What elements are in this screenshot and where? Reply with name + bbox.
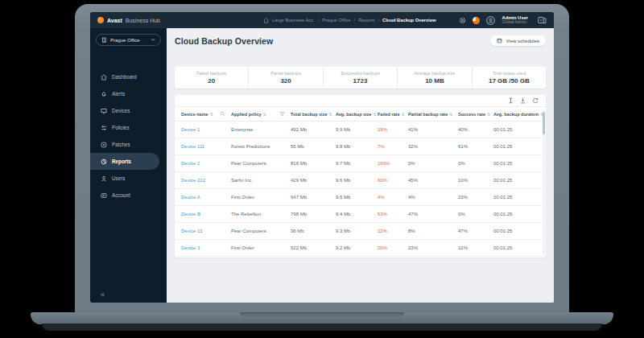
stat-label: Total space used <box>493 71 526 76</box>
sort-icon[interactable]: ⇅ <box>263 112 266 117</box>
table-row: Device 111 Forest Predictions 55 Mb 9.8 … <box>175 138 546 155</box>
sidebar-item-devices[interactable]: Devices <box>90 102 167 119</box>
table-row: Device 12 Pear Computers 36 Mb 9.3 Mb 12… <box>175 223 546 240</box>
sidebar-item-users[interactable]: Users <box>90 170 167 187</box>
success-rate-cell: 10% <box>458 178 493 183</box>
org-selector-label: Prague Office <box>110 38 140 43</box>
brand: Avast Business Hub <box>97 17 160 23</box>
stat-successful-backups: Successful backups 1723 <box>323 67 397 89</box>
duration-cell: 00:01:25 <box>493 178 546 183</box>
search-icon[interactable] <box>220 111 225 117</box>
policy-cell: Forest Predictions <box>231 144 291 149</box>
stat-label: Average backup size <box>414 71 455 76</box>
failed-rate-cell: 4% <box>378 195 408 200</box>
stat-value: 1723 <box>353 77 368 84</box>
breadcrumb-item[interactable]: Prague Office <box>322 18 350 23</box>
sort-icon[interactable]: ⇅ <box>449 112 452 117</box>
bell-icon <box>101 91 107 97</box>
sort-icon[interactable]: ⇅ <box>487 112 490 117</box>
sort-icon[interactable]: ⇅ <box>210 112 213 117</box>
stat-label: Partial backups <box>270 71 301 76</box>
table-row: Device A First Order 647 Mb 9.5 Mb 4% 4%… <box>175 189 546 206</box>
duration-cell: 00:01:25 <box>493 195 546 200</box>
column-header-applied-policy[interactable]: Applied policy ⇅ <box>231 111 291 117</box>
device-link[interactable]: Device 1 <box>181 127 231 132</box>
sidebar-item-patches[interactable]: Patches <box>90 136 167 153</box>
column-header-success-rate[interactable]: Success rate ⇅ <box>458 112 493 117</box>
breadcrumb-separator: / <box>354 18 356 23</box>
sort-icon[interactable]: ⇅ <box>328 112 332 117</box>
user-role: Global Admin <box>502 20 528 25</box>
calendar-icon <box>497 38 502 43</box>
column-header-avg-backup-size[interactable]: Avg. backup size ⇅ <box>336 112 378 117</box>
table-scrollbar-thumb[interactable] <box>543 112 545 134</box>
device-link[interactable]: Device 3 <box>181 245 231 250</box>
avg-size-cell: 9.4 Mb <box>336 212 378 216</box>
policy-cell: First Order <box>231 195 291 200</box>
total-size-cell: 55 Mb <box>291 144 336 149</box>
success-rate-cell: 23% <box>458 195 493 200</box>
failed-rate-cell: 53% <box>378 212 408 216</box>
laptop-base <box>31 312 613 324</box>
avg-size-cell: 9.5 Mb <box>336 195 378 200</box>
device-link[interactable]: Device 12 <box>181 229 231 233</box>
partial-rate-cell: 45% <box>408 178 458 183</box>
gear-icon[interactable] <box>459 17 466 24</box>
column-header-partial-backup-rate[interactable]: Partial backup rate ⇅ <box>408 112 458 117</box>
sidebar-collapse-button[interactable]: « <box>101 291 105 299</box>
device-link[interactable]: Device 2 <box>181 161 231 166</box>
refresh-icon[interactable] <box>532 97 539 104</box>
breadcrumb-separator: / <box>378 18 379 23</box>
view-schedules-button[interactable]: View schedules <box>490 35 546 46</box>
usage-pie-icon[interactable] <box>473 17 480 24</box>
org-selector[interactable]: Prague Office <box>96 34 161 46</box>
sort-icon[interactable]: ⇅ <box>373 112 376 117</box>
stat-partial-backups: Partial backups 320 <box>248 67 322 89</box>
failed-rate-cell: 19% <box>378 127 408 132</box>
sidebar-item-account[interactable]: Account <box>90 187 167 204</box>
column-header-total-backup-size[interactable]: Total backup size ⇅ <box>291 112 336 117</box>
duration-cell: 00:01:25 <box>493 229 546 233</box>
topbar: Avast Business Hub Large Business Acc. /… <box>90 12 554 28</box>
row-height-icon[interactable] <box>508 97 514 104</box>
chevron-down-icon <box>151 38 155 42</box>
brand-name-bold: Avast <box>107 18 122 23</box>
app-switcher-icon[interactable] <box>538 16 547 24</box>
device-link[interactable]: Device B <box>181 212 231 216</box>
duration-cell: 00:01:25 <box>493 245 546 250</box>
sidebar-item-reports[interactable]: Reports <box>90 153 159 170</box>
sidebar-item-dashboard[interactable]: Dashboard <box>90 68 167 85</box>
home-icon[interactable] <box>263 18 269 23</box>
id-card-icon <box>101 192 107 199</box>
partial-rate-cell: 32% <box>408 144 458 149</box>
sort-icon[interactable]: ⇅ <box>402 112 405 117</box>
column-header-avg-backup-duration[interactable]: Avg. backup duration ⇅ <box>493 112 546 117</box>
column-header-device-name[interactable]: Device name ⇅ <box>181 111 231 117</box>
sidebar-item-policies[interactable]: Policies <box>90 119 167 136</box>
total-size-cell: 429 Mb <box>291 178 336 183</box>
filter-icon[interactable] <box>279 111 285 117</box>
sidebar-item-alerts[interactable]: Alerts <box>90 85 167 102</box>
avg-size-cell: 9.7 Mb <box>336 161 378 166</box>
failed-rate-cell: 12% <box>378 229 408 233</box>
sidebar: Prague Office Dashboard Alerts <box>90 28 167 303</box>
device-link[interactable]: Device 222 <box>181 178 231 183</box>
total-size-cell: 522 Mb <box>291 245 336 250</box>
device-link[interactable]: Device A <box>181 195 231 200</box>
stat-label: Failed backups <box>196 71 226 76</box>
breadcrumb-item[interactable]: Reports <box>358 18 374 23</box>
sidebar-item-label: Users <box>112 175 125 181</box>
success-rate-cell: 61% <box>458 144 493 149</box>
success-rate-cell: 12% <box>458 245 493 250</box>
user-info[interactable]: Admin User Global Admin <box>502 15 528 26</box>
column-header-failed-rate[interactable]: Failed rate ⇅ <box>378 112 408 117</box>
device-link[interactable]: Device 111 <box>181 144 231 149</box>
stats-card: Failed backups 20 Partial backups 320 Su… <box>175 67 546 89</box>
stat-value: 20 <box>208 77 215 84</box>
stat-label: Successful backups <box>341 71 380 76</box>
laptop-base-shadow <box>42 324 602 331</box>
breadcrumb-item[interactable]: Large Business Acc. <box>272 18 315 23</box>
avatar[interactable] <box>486 16 495 25</box>
download-icon[interactable] <box>520 97 526 104</box>
table-scrollbar[interactable] <box>543 109 545 254</box>
